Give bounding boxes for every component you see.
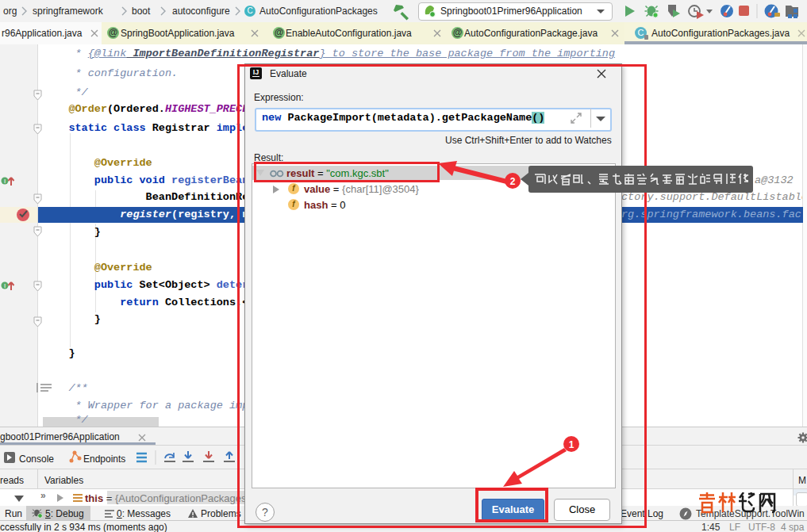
svg-text:I: I	[4, 178, 6, 185]
svg-text:I: I	[4, 282, 6, 289]
